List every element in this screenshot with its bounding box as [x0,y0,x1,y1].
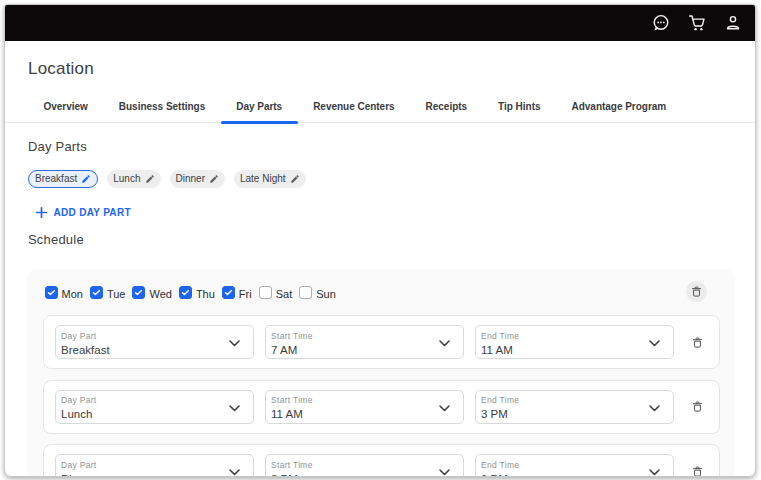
select-value: Dinner [61,473,223,478]
add-day-part-label: ADD DAY PART [54,207,131,218]
chip-dinner[interactable]: Dinner [170,170,225,188]
edit-icon [81,174,91,184]
day-checkbox-mon[interactable]: Mon [45,286,83,299]
day-label: Thu [196,288,215,300]
tab-receipts[interactable]: Receipts [410,91,483,122]
end-time-select-3[interactable]: End Time 9 PM [475,454,674,477]
chip-late-night[interactable]: Late Night [234,170,306,188]
select-label: Day Part [61,395,223,406]
cart-icon [687,13,707,33]
select-label: End Time [481,395,643,406]
add-day-part-button[interactable]: ADD DAY PART [36,207,756,218]
checkbox-icon [299,286,312,299]
day-checkbox-wed[interactable]: Wed [132,286,171,299]
schedule-card: Mon Tue Wed Thu Fri Sat [27,269,735,477]
checkbox-icon [259,286,272,299]
checkbox-icon [222,286,235,299]
select-label: Day Part [61,331,223,342]
chevron-down-icon [649,405,660,412]
day-part-chips: Breakfast Lunch Dinner Late Night [28,170,755,188]
tab-tip-hints[interactable]: Tip Hints [483,91,556,122]
chat-button[interactable] [651,13,671,33]
delete-row-button-1[interactable] [686,331,708,353]
select-value: 3 PM [481,408,643,421]
day-checkbox-sat[interactable]: Sat [259,286,293,299]
chip-lunch[interactable]: Lunch [107,170,160,188]
select-value: 11 AM [481,344,643,357]
select-label: Start Time [271,331,433,342]
select-value: 3 PM [271,473,433,478]
schedule-row-1: Day Part Breakfast Start Time 7 AM End T… [43,315,720,369]
day-part-select-2[interactable]: Day Part Lunch [55,390,254,424]
trash-icon [691,336,704,349]
day-checkbox-thu[interactable]: Thu [179,286,215,299]
chevron-down-icon [439,340,450,347]
chevron-down-icon [229,469,240,476]
select-value: Lunch [61,408,223,421]
chevron-down-icon [439,469,450,476]
day-checkbox-tue[interactable]: Tue [90,286,126,299]
checkbox-icon [132,286,145,299]
chip-breakfast[interactable]: Breakfast [28,170,98,188]
tab-day-parts[interactable]: Day Parts [221,91,298,122]
select-label: Start Time [271,395,433,406]
app-window: Location Overview Business Settings Day … [4,4,756,477]
start-time-select-3[interactable]: Start Time 3 PM [265,454,464,477]
plus-icon [36,207,47,218]
page-title: Location [28,59,755,79]
chevron-down-icon [649,469,660,476]
select-value: 9 PM [481,473,643,478]
day-checkbox-sun[interactable]: Sun [299,286,336,299]
schedule-row-2: Day Part Lunch Start Time 11 AM End Time… [43,380,720,434]
chip-label: Late Night [240,173,286,184]
cart-button[interactable] [687,13,707,33]
tab-advantage-program[interactable]: Advantage Program [556,91,682,122]
trash-icon [691,465,704,478]
end-time-select-1[interactable]: End Time 11 AM [475,325,674,359]
delete-row-button-2[interactable] [686,396,708,418]
chevron-down-icon [229,340,240,347]
start-time-select-2[interactable]: Start Time 11 AM [265,390,464,424]
checkbox-icon [90,286,103,299]
topbar [5,5,755,41]
day-label: Wed [149,288,171,300]
tab-revenue-centers[interactable]: Revenue Centers [298,91,410,122]
chip-label: Lunch [113,173,140,184]
day-label: Tue [107,288,126,300]
select-value: 7 AM [271,344,433,357]
select-value: 11 AM [271,408,433,421]
select-value: Breakfast [61,344,223,357]
start-time-select-1[interactable]: Start Time 7 AM [265,325,464,359]
day-checkbox-fri[interactable]: Fri [222,286,252,299]
delete-schedule-button[interactable] [686,281,707,302]
account-button[interactable] [723,13,743,33]
checkbox-icon [45,286,58,299]
schedule-rows: Day Part Breakfast Start Time 7 AM End T… [43,315,720,477]
day-label: Fri [239,288,252,300]
select-label: End Time [481,331,643,342]
edit-icon [145,174,155,184]
chip-label: Breakfast [35,173,77,184]
day-part-select-1[interactable]: Day Part Breakfast [55,325,254,359]
chevron-down-icon [229,405,240,412]
day-label: Sun [316,288,336,300]
select-label: End Time [481,460,643,471]
trash-icon [691,400,704,413]
day-part-select-3[interactable]: Day Part Dinner [55,454,254,477]
delete-row-button-3[interactable] [686,460,708,477]
tab-overview[interactable]: Overview [28,91,103,122]
select-label: Day Part [61,460,223,471]
schedule-row-3: Day Part Dinner Start Time 3 PM End Time… [43,444,720,477]
chat-icon [651,13,671,33]
account-icon [723,13,743,33]
tab-bar: Overview Business Settings Day Parts Rev… [5,91,755,123]
tab-business-settings[interactable]: Business Settings [103,91,220,122]
chevron-down-icon [649,340,660,347]
day-parts-title: Day Parts [28,139,755,154]
edit-icon [209,174,219,184]
end-time-select-2[interactable]: End Time 3 PM [475,390,674,424]
days-row: Mon Tue Wed Thu Fri Sat [45,281,721,302]
day-label: Mon [62,288,83,300]
chip-label: Dinner [176,173,205,184]
edit-icon [290,174,300,184]
